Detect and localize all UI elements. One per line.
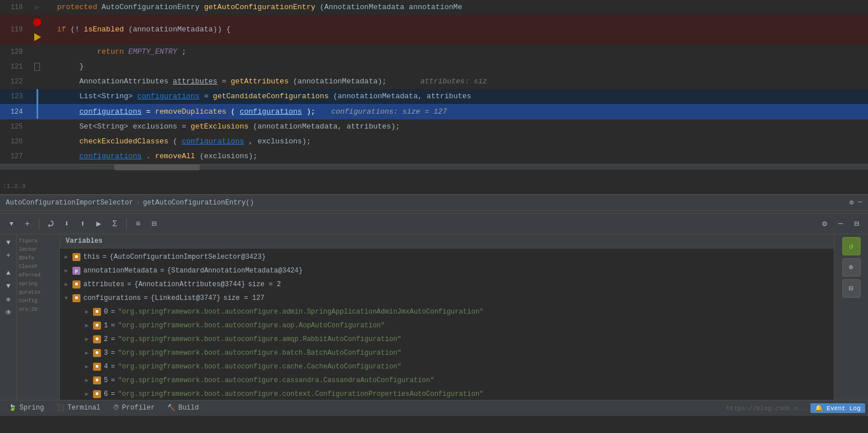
line-number-127: 127: [0, 149, 29, 164]
step-over-btn[interactable]: [44, 217, 58, 231]
var-value-1: "org.springframework.boot.autoconfigure.…: [118, 322, 385, 330]
var-icon-2: ■: [93, 335, 101, 343]
status-link-text: https://blog.csdn.n...: [726, 405, 809, 412]
code-line-120: 120 return EMPTY_ENTRY ;: [0, 45, 868, 59]
gutter-120: [29, 45, 46, 59]
code-line-119: 119 if (! isEnabled (annotationMetadata)…: [0, 15, 868, 45]
line-number-119: 119: [0, 15, 29, 45]
gutter-124: [29, 104, 46, 119]
add-watch-btn[interactable]: +: [21, 217, 34, 231]
sidebar-label-defe: $Defe: [19, 255, 34, 261]
var-name-5: 5: [104, 376, 108, 384]
code-121: }: [46, 59, 868, 74]
up-ctrl-btn[interactable]: ▲: [3, 267, 14, 279]
breakpoint-icon[interactable]: [33, 18, 41, 26]
var-arrow-5: ►: [85, 378, 93, 384]
settings-icon[interactable]: ⚙: [850, 198, 854, 207]
collapse-debug-btn[interactable]: ─: [834, 217, 847, 231]
settings-debug-btn[interactable]: ⚙: [818, 217, 831, 231]
debug-toolbar: ▼ + ⬇ ⬆ ▶ Σ ≡ ⊟ ⚙ ─ ⊟: [0, 214, 868, 234]
code-text-127b: (exclusions);: [200, 152, 257, 161]
copy-icon-btn[interactable]: ⊕: [842, 258, 861, 276]
variables-content[interactable]: ► ■ this = {AutoConfigurationImportSelec…: [60, 248, 834, 400]
var-eq-3: =: [111, 349, 115, 357]
var-arrow-0: ►: [85, 309, 93, 315]
var-name-1: 1: [104, 322, 108, 330]
var-row-6[interactable]: ► ■ 6 = "org.springframework.boot.autoco…: [60, 387, 834, 400]
debug-line-marker-124: [37, 104, 38, 119]
var-arrow-2: ►: [85, 336, 93, 343]
breadcrumb-class: AutoConfigurationImportSelector: [6, 199, 133, 207]
var-value-5: "org.springframework.boot.autoconfigure.…: [118, 376, 434, 384]
layout-icon: ⊟: [849, 284, 854, 293]
tab-spring[interactable]: 🍃 Spring: [3, 401, 50, 416]
sidebar-label-spring: spring: [19, 281, 37, 287]
variables-header: Variables: [60, 234, 834, 248]
code-line-122: 122 AnnotationAttributes attributes = ge…: [0, 74, 868, 89]
panel-layout-btn[interactable]: ⊟: [850, 217, 863, 231]
sidebar-label-config: Config: [19, 298, 37, 304]
line-number-121: 121: [0, 59, 29, 74]
var-row-annotationMetadata[interactable]: ► p annotationMetadata = {StandardAnnota…: [60, 264, 834, 278]
code-126: checkExcludedClasses ( configurations , …: [46, 134, 868, 149]
code-text-125b: =: [181, 122, 191, 131]
evaluate-btn[interactable]: Σ: [108, 217, 122, 231]
var-row-4[interactable]: ► ■ 4 = "org.springframework.boot.autoco…: [60, 360, 834, 374]
editor-scroll-thumb[interactable]: [114, 165, 200, 170]
down-ctrl-btn[interactable]: ▼: [3, 280, 14, 292]
copy-ctrl-btn[interactable]: ⊕: [3, 294, 14, 305]
var-row-5[interactable]: ► ■ 5 = "org.springframework.boot.autoco…: [60, 374, 834, 387]
event-log-label: Event Log: [827, 405, 861, 412]
var-row-2[interactable]: ► ■ 2 = "org.springframework.boot.autoco…: [60, 332, 834, 346]
add-ctrl-btn[interactable]: +: [3, 250, 14, 262]
line-number-118: 118: [0, 0, 29, 15]
editor-horizontal-scrollbar[interactable]: [0, 164, 868, 170]
sidebar-label-ors28: ors:28: [19, 307, 37, 312]
green-icon-btn[interactable]: ↺: [842, 237, 861, 255]
minimize-icon[interactable]: ─: [858, 198, 862, 207]
var-row-this[interactable]: ► ■ this = {AutoConfigurationImportSelec…: [60, 250, 834, 264]
var-arrow-4: ►: [85, 364, 93, 370]
tab-spring-label: Spring: [19, 404, 44, 412]
filter-ctrl-btn[interactable]: ▼: [3, 237, 14, 248]
var-name-annotationMetadata: annotationMetadata: [83, 267, 158, 275]
var-value-3: "org.springframework.boot.autoconfigure.…: [118, 349, 401, 357]
tab-build[interactable]: 🔨 Build: [162, 401, 204, 416]
filter-btn[interactable]: ▼: [5, 217, 18, 231]
var-row-1[interactable]: ► ■ 1 = "org.springframework.boot.autoco…: [60, 319, 834, 332]
frames-btn[interactable]: ≡: [131, 217, 145, 231]
sidebar-label-lector: lector: [19, 247, 37, 252]
toolbar-sep-1: [39, 218, 39, 230]
code-118: protected AutoConfigurationEntry getAuto…: [46, 0, 868, 15]
refresh-icon: ↺: [849, 242, 854, 251]
var-size-attributes: size = 2: [248, 280, 281, 288]
tab-profiler[interactable]: ⏱ Profiler: [107, 401, 161, 416]
step-out-btn[interactable]: ⬆: [76, 217, 90, 231]
var-row-configurations[interactable]: ▼ ■ configurations = {LinkedList@3747} s…: [60, 291, 834, 305]
event-log-btn[interactable]: 🔔 Event Log: [810, 403, 865, 413]
var-configurations-123: configurations: [137, 92, 199, 101]
layout-icon-btn[interactable]: ⊟: [842, 279, 861, 298]
var-eq-6: =: [111, 390, 115, 398]
var-row-0[interactable]: ► ■ 0 = "org.springframework.boot.autoco…: [60, 305, 834, 319]
code-text-125a: Set<String>: [79, 122, 133, 131]
debug-arrow: [34, 33, 41, 41]
tab-terminal[interactable]: ⬛ Terminal: [51, 401, 106, 416]
main-layout: 118 ▷ protected AutoConfigurationEntry g…: [0, 0, 868, 433]
var-icon-this: ■: [72, 253, 80, 261]
layout-btn[interactable]: ⊟: [147, 217, 161, 231]
run-cursor-btn[interactable]: ▶: [92, 217, 106, 231]
code-text-118b: (AnnotationMetadata annotationMe: [320, 3, 462, 11]
code-text-123b: =: [204, 92, 213, 101]
code-123: List<String> configurations = getCandida…: [46, 89, 868, 104]
code-text-124a: =: [146, 107, 155, 116]
step-into-btn[interactable]: ⬇: [60, 217, 74, 231]
var-row-attributes[interactable]: ► ■ attributes = {AnnotationAttributes@3…: [60, 278, 834, 291]
variables-title: Variables: [66, 237, 103, 245]
code-text-121: }: [79, 62, 84, 71]
gutter-arrow-118: ▷: [35, 4, 39, 11]
inline-hint-122: attributes: siz: [402, 77, 487, 86]
code-text-126a: (: [173, 137, 177, 146]
var-row-3[interactable]: ► ■ 3 = "org.springframework.boot.autoco…: [60, 346, 834, 360]
eye-ctrl-btn[interactable]: 👁: [3, 307, 14, 318]
